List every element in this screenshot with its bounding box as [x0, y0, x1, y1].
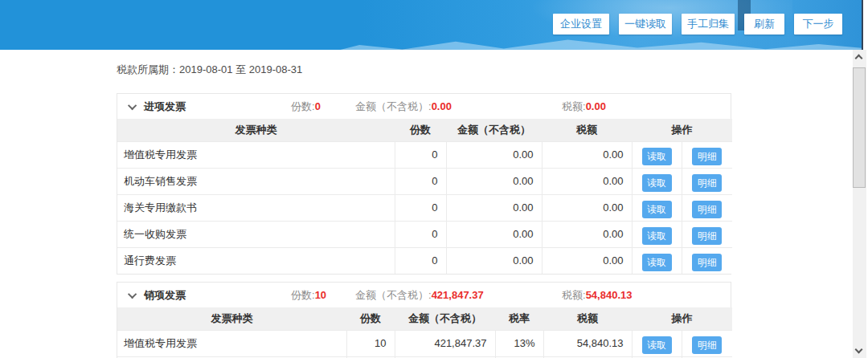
- chevron-down-icon[interactable]: [128, 100, 137, 109]
- tax-cell: 0.00: [542, 141, 632, 168]
- col-header-amount: 金额（不含税）: [395, 307, 495, 330]
- content-area: 税款所属期：2019-08-01 至 2019-08-31 进项发票 份数:0 …: [0, 50, 854, 358]
- chevron-up-icon: [855, 55, 863, 63]
- input-invoice-table: 发票种类 份数 金额（不含税） 税额 操作 增值税专用发票 0 0.00 0.0…: [117, 119, 732, 274]
- output-invoice-table: 发票种类 份数 金额（不含税） 税率 税额 操作 增值税专用发票 10 421,…: [117, 307, 732, 358]
- table-row: 增值税专用发票 10 421,847.37 13% 54,840.13 读取 明…: [117, 330, 732, 356]
- read-button[interactable]: 读取: [642, 254, 672, 271]
- invoice-type-cell: 通行费发票: [117, 247, 395, 274]
- scroll-up-arrow[interactable]: [853, 50, 866, 64]
- detail-button[interactable]: 明细: [692, 227, 722, 245]
- col-header-type: 发票种类: [117, 307, 346, 330]
- col-header-rate: 税率: [495, 307, 543, 330]
- stat-amount: 金额（不含税）:0.00: [355, 94, 452, 119]
- stat-tax: 税额:54,840.13: [562, 283, 632, 307]
- amount-cell: 0.00: [446, 141, 542, 168]
- invoice-type-cell: 统一收购发票: [117, 221, 395, 247]
- table-row: 机动车销售发票 0 0.00 0.00 读取 明细: [117, 168, 732, 194]
- tax-period-value: 2019-08-01 至 2019-08-31: [179, 63, 302, 75]
- manual-collect-button[interactable]: 手工归集: [682, 14, 735, 35]
- next-step-button[interactable]: 下一步: [794, 14, 842, 35]
- detail-button[interactable]: 明细: [692, 336, 722, 354]
- tax-cell: 0.00: [542, 221, 632, 247]
- detail-button[interactable]: 明细: [692, 148, 722, 165]
- input-invoice-panel: 进项发票 份数:0 金额（不含税）:0.00 税额:0.00 发票种类 份数 金…: [117, 93, 731, 275]
- table-header-row: 发票种类 份数 金额（不含税） 税额 操作: [117, 119, 732, 141]
- output-invoice-section-header: 销项发票 份数:10 金额（不含税）:421,847.37 税额:54,840.…: [117, 283, 731, 307]
- chevron-down-icon[interactable]: [128, 289, 137, 298]
- table-row: 增值税专用发票 0 0.00 0.00 读取 明细: [117, 141, 732, 168]
- amount-cell: 0.00: [446, 247, 542, 274]
- enterprise-settings-button[interactable]: 企业设置: [553, 14, 609, 35]
- col-header-tax: 税额: [543, 307, 632, 330]
- count-cell: 0: [395, 168, 446, 194]
- col-header-tax: 税额: [542, 119, 632, 141]
- scrollbar-thumb[interactable]: [853, 67, 866, 188]
- read-button[interactable]: 读取: [642, 148, 672, 165]
- amount-cell: 421,847.37: [395, 330, 495, 356]
- tax-period-line: 税款所属期：2019-08-01 至 2019-08-31: [117, 63, 854, 76]
- tax-period-label: 税款所属期：: [117, 63, 179, 75]
- detail-button[interactable]: 明细: [692, 201, 722, 218]
- col-header-operation: 操作: [632, 307, 732, 330]
- col-header-type: 发票种类: [117, 119, 395, 141]
- detail-button[interactable]: 明细: [692, 174, 722, 192]
- tax-cell: 54,840.13: [543, 330, 632, 356]
- top-banner: 企业设置 一键读取 手工归集 刷新 下一步: [0, 0, 863, 50]
- table-row: 海关专用缴款书 0 0.00 0.00 读取 明细: [117, 194, 732, 221]
- count-cell: 0: [395, 141, 446, 168]
- table-header-row: 发票种类 份数 金额（不含税） 税率 税额 操作: [117, 307, 732, 330]
- count-cell: 0: [395, 221, 446, 247]
- amount-cell: 0.00: [446, 194, 542, 221]
- table-row: 通行费发票 0 0.00 0.00 读取 明细: [117, 247, 732, 274]
- amount-cell: 0.00: [446, 168, 542, 194]
- section-title: 销项发票: [144, 288, 186, 303]
- invoice-type-cell: 海关专用缴款书: [117, 194, 395, 221]
- vertical-scrollbar[interactable]: [853, 50, 866, 358]
- refresh-button[interactable]: 刷新: [744, 14, 784, 35]
- section-title: 进项发票: [144, 100, 186, 114]
- detail-button[interactable]: 明细: [692, 254, 722, 271]
- tax-cell: 0.00: [542, 194, 632, 221]
- count-cell: 10: [346, 330, 395, 356]
- stat-tax: 税额:0.00: [562, 94, 606, 119]
- tax-cell: 0.00: [542, 247, 632, 274]
- col-header-operation: 操作: [632, 119, 732, 141]
- one-click-read-button[interactable]: 一键读取: [619, 14, 672, 35]
- invoice-type-cell: 增值税专用发票: [117, 330, 346, 356]
- stat-count: 份数:10: [291, 283, 326, 307]
- tax-cell: 0.00: [542, 168, 632, 194]
- amount-cell: 0.00: [446, 221, 542, 247]
- input-invoice-section-header: 进项发票 份数:0 金额（不含税）:0.00 税额:0.00: [117, 94, 731, 119]
- table-row: 统一收购发票 0 0.00 0.00 读取 明细: [117, 221, 732, 247]
- read-button[interactable]: 读取: [642, 201, 672, 218]
- rate-cell: 13%: [495, 330, 543, 356]
- invoice-type-cell: 机动车销售发票: [117, 168, 395, 194]
- banner-button-bar: 企业设置 一键读取 手工归集 刷新 下一步: [553, 14, 842, 35]
- output-invoice-panel: 销项发票 份数:10 金额（不含税）:421,847.37 税额:54,840.…: [117, 282, 731, 358]
- read-button[interactable]: 读取: [642, 174, 672, 192]
- chevron-down-icon: [855, 346, 863, 354]
- count-cell: 0: [395, 194, 446, 221]
- col-header-amount: 金额（不含税）: [446, 119, 542, 141]
- read-button[interactable]: 读取: [642, 336, 672, 354]
- invoice-type-cell: 增值税专用发票: [117, 141, 395, 168]
- read-button[interactable]: 读取: [642, 227, 672, 245]
- stat-count: 份数:0: [291, 94, 321, 119]
- col-header-count: 份数: [346, 307, 395, 330]
- scroll-down-arrow[interactable]: [853, 344, 866, 358]
- col-header-count: 份数: [395, 119, 446, 141]
- stat-amount: 金额（不含税）:421,847.37: [355, 283, 484, 307]
- count-cell: 0: [395, 247, 446, 274]
